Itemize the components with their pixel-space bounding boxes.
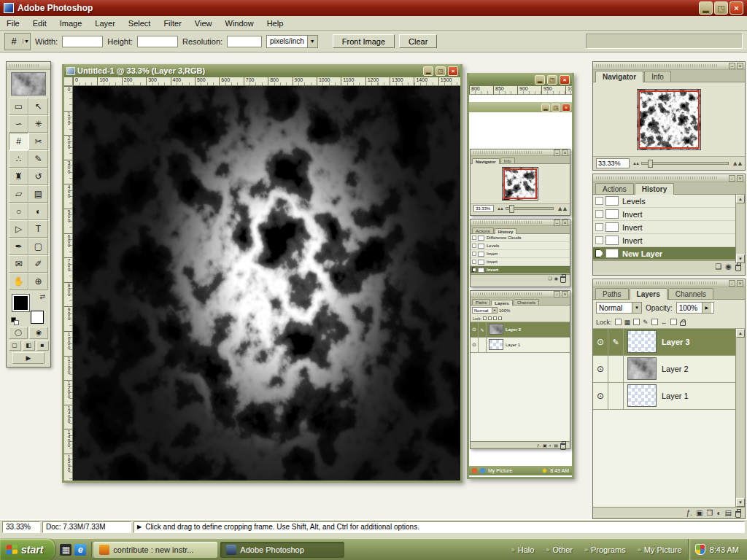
lock-paint-checkbox[interactable] (633, 319, 640, 325)
new-set-icon[interactable]: ❒ (707, 509, 713, 518)
close-button[interactable]: × (560, 75, 570, 85)
layer-row[interactable]: ⊙ ✎ Layer 3 (593, 329, 745, 356)
close-button[interactable]: × (562, 149, 568, 156)
palette-tab[interactable]: Paths (595, 288, 629, 299)
history-step[interactable]: Difference Clouds (471, 234, 570, 242)
eraser-tool[interactable]: ▱ (9, 185, 28, 203)
palette-tab[interactable]: Info (500, 158, 515, 163)
internet-explorer-icon[interactable]: e (74, 544, 86, 556)
zoom-out-icon[interactable]: ▲▲ (632, 161, 638, 166)
pen-tool[interactable]: ✒ (9, 238, 28, 255)
close-button[interactable]: × (562, 291, 568, 298)
layer-thumbnail[interactable] (627, 330, 657, 353)
paintbrush-tool[interactable]: ✎ (28, 150, 48, 168)
palette-tab[interactable]: History (495, 228, 517, 234)
jump-to-imageready-button[interactable]: ▶ (12, 352, 44, 364)
collapse-button[interactable]: – (554, 291, 560, 298)
history-scrollbar[interactable]: ▲ ▼ (735, 195, 745, 263)
history-source-box[interactable] (472, 268, 476, 272)
new-layer-icon[interactable]: ▤ (554, 441, 558, 450)
palette-titlebar[interactable]: – × (471, 291, 570, 298)
standard-mode-button[interactable]: ◯ (9, 327, 28, 339)
quick-launch-icon[interactable]: ▦ (60, 544, 71, 556)
foreground-color-swatch[interactable] (12, 295, 29, 311)
mini-history-palette[interactable]: – × ActionsHistory Difference Clouds Lev… (470, 219, 570, 287)
palette-titlebar[interactable]: – × (471, 219, 570, 226)
visibility-toggle[interactable]: ⊙ (471, 338, 479, 352)
adobe-online-button[interactable] (11, 72, 46, 96)
new-snapshot-icon[interactable]: ◉ (725, 262, 732, 271)
taskbar-link[interactable]: » Programs (578, 545, 632, 554)
zoom-in-icon[interactable]: ▲▲ (557, 205, 567, 212)
minimize-button[interactable]: ▂ (541, 104, 550, 112)
layer-style-icon[interactable]: ƒ. (686, 509, 692, 518)
crop-tool[interactable]: # (9, 133, 28, 150)
history-step[interactable]: Invert (593, 208, 745, 221)
restore-button[interactable]: ◳ (436, 66, 446, 76)
menu-item[interactable]: Select (122, 17, 158, 30)
history-step[interactable]: Levels (471, 242, 570, 250)
zoom-field[interactable]: 33.33% (2, 521, 40, 533)
palette-tab[interactable]: Channels (514, 299, 539, 305)
layer-style-icon[interactable]: ƒ. (537, 441, 541, 450)
new-layer-icon[interactable]: ▤ (725, 509, 732, 518)
resolution-input[interactable] (227, 36, 262, 47)
history-step[interactable]: Invert (471, 250, 570, 258)
toolbox-palette[interactable]: ▭↖∽✳#✂∴✎♜↺▱▤○◐▷T✒▢✉✐✋⊕ ⇄ ◯ ◉ ▢ ◧ ■ ▶ (6, 61, 51, 368)
mini-layers-palette[interactable]: – × PathsLayersChannels Normal ▼ 100% Lo… (470, 290, 570, 449)
navigator-thumbnail[interactable] (637, 89, 701, 150)
canvas[interactable] (73, 86, 460, 481)
trash-icon[interactable] (735, 265, 741, 271)
close-button[interactable]: × (562, 219, 568, 226)
minimize-button[interactable]: ▂ (535, 75, 545, 85)
collapse-button[interactable]: – (729, 63, 735, 69)
history-step[interactable]: New Layer (593, 247, 745, 260)
history-step[interactable]: Invert (471, 266, 570, 274)
app-titlebar[interactable]: Adobe Photoshop ▂ ◳ × (0, 0, 747, 16)
close-button[interactable]: × (737, 175, 743, 182)
blend-mode-select[interactable]: Normal ▼ (472, 307, 498, 314)
view-box[interactable] (638, 90, 700, 149)
view-box[interactable] (503, 168, 537, 199)
trash-icon[interactable] (560, 276, 566, 283)
close-button[interactable]: × (562, 104, 570, 112)
history-source-box[interactable] (472, 244, 476, 248)
tool-preset-picker[interactable]: # ▼ (4, 33, 31, 50)
history-source-box[interactable] (472, 260, 476, 264)
visibility-toggle[interactable]: ⊙ (593, 383, 608, 409)
security-shield-icon[interactable] (695, 544, 705, 555)
doc2-titlebar[interactable]: ▂ ◳ × (469, 73, 572, 86)
new-document-icon[interactable]: ❏ (548, 274, 551, 283)
restore-button[interactable]: ◳ (547, 75, 557, 85)
menu-item[interactable]: Image (53, 17, 89, 30)
lock-position-checkbox[interactable] (493, 316, 497, 320)
palette-tab[interactable]: History (635, 183, 674, 195)
layer-thumbnail[interactable] (627, 384, 657, 407)
zoom-in-icon[interactable]: ▲▲ (732, 160, 742, 167)
palette-titlebar[interactable]: – × (593, 62, 745, 70)
swap-colors-icon[interactable]: ⇄ (39, 293, 45, 300)
standard-screen-button[interactable]: ▢ (9, 341, 21, 351)
notes-tool[interactable]: ✉ (9, 255, 28, 273)
palette-tab[interactable]: Paths (472, 299, 490, 305)
navigator-thumbnail[interactable] (502, 167, 538, 201)
zoom-slider-thumb[interactable] (509, 205, 514, 213)
lock-paint-checkbox[interactable] (488, 316, 492, 320)
collapse-button[interactable]: – (554, 219, 560, 226)
lock-all-checkbox[interactable] (670, 319, 677, 325)
hand-tool[interactable]: ✋ (9, 273, 28, 290)
trash-icon[interactable] (735, 511, 741, 518)
layer-row[interactable]: ⊙ ✎ Layer 1 (593, 383, 745, 410)
adjustment-layer-icon[interactable]: ◐ (549, 441, 552, 450)
collapse-button[interactable]: – (554, 149, 560, 156)
restore-button[interactable]: ◳ (551, 104, 560, 112)
layer-thumbnail[interactable] (627, 357, 657, 380)
zoom-slider-thumb[interactable] (648, 160, 653, 168)
front-image-button[interactable]: Front Image (333, 34, 395, 48)
history-source-box[interactable] (595, 249, 603, 257)
close-button[interactable]: × (737, 63, 743, 69)
zoom-out-icon[interactable]: ▲▲ (497, 206, 503, 211)
palette-tab[interactable]: Actions (595, 183, 634, 194)
history-source-box[interactable] (472, 252, 476, 256)
blur-tool[interactable]: ○ (9, 203, 28, 220)
